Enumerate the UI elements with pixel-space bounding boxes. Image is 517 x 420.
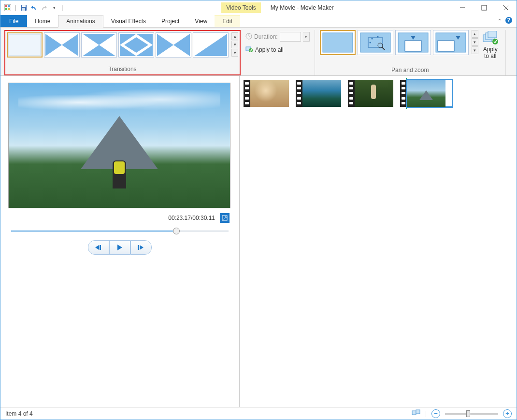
svg-rect-56 (412, 411, 416, 415)
clock-icon (245, 33, 252, 41)
svg-rect-43 (405, 41, 421, 51)
panzoom-scroll-down-icon[interactable]: ▾ (472, 38, 478, 46)
qat-separator: | (14, 4, 18, 11)
apply-all-stack-icon (482, 31, 499, 45)
transition-diagonal[interactable] (193, 32, 229, 58)
clip-3[interactable] (355, 80, 400, 107)
timeline[interactable] (244, 80, 513, 107)
apply-to-all-label: Apply to all (255, 46, 284, 53)
apply-icon (245, 45, 253, 54)
svg-rect-4 (8, 8, 10, 10)
titlebar: | ▾ | Video Tools My Movie - Movie Maker (0, 0, 517, 15)
transitions-group-label: Transitions (108, 65, 136, 74)
svg-point-40 (377, 36, 378, 38)
svg-rect-35 (360, 33, 390, 52)
svg-point-49 (492, 39, 498, 44)
panzoom-scroll-up-icon[interactable]: ▴ (472, 30, 478, 38)
redo-icon[interactable] (40, 3, 48, 12)
prev-frame-button[interactable] (88, 240, 109, 255)
view-toggle-icon[interactable] (412, 409, 420, 418)
playback-slider[interactable] (11, 229, 229, 233)
clip-2[interactable] (302, 80, 348, 107)
qat-dropdown-icon[interactable]: ▾ (50, 3, 58, 12)
collapse-ribbon-icon[interactable]: ⌃ (497, 18, 502, 25)
svg-text:?: ? (507, 17, 510, 24)
tab-file[interactable]: File (0, 15, 27, 27)
pan-zoom-up-right[interactable] (433, 30, 469, 55)
playback-time: 00:23.17/00:30.11 (168, 215, 215, 221)
panzoom-more-icon[interactable]: ▾ (472, 46, 478, 54)
svg-point-41 (369, 42, 371, 43)
svg-rect-45 (438, 41, 454, 51)
statusbar: Item 4 of 4 | − + (0, 407, 517, 420)
gallery-more-icon[interactable]: ▾ (231, 49, 238, 57)
undo-icon[interactable] (29, 3, 38, 12)
svg-rect-48 (488, 31, 497, 38)
duration-label: Duration: (254, 33, 278, 40)
app-icon (3, 3, 12, 12)
svg-marker-51 (95, 245, 99, 250)
filmstrip-edge (348, 80, 355, 107)
window-title: My Movie - Movie Maker (261, 4, 334, 11)
transition-diamond[interactable] (118, 32, 154, 58)
gallery-scroll-up-icon[interactable]: ▴ (231, 32, 238, 40)
video-tools-contextual-tab: Video Tools (221, 2, 261, 13)
pan-zoom-up-center[interactable] (395, 30, 431, 55)
apply-all-btn-label: Apply to all (483, 46, 498, 60)
fullscreen-icon[interactable] (220, 213, 230, 223)
pan-zoom-none[interactable] (320, 30, 356, 55)
apply-to-all-panzoom[interactable]: Apply to all (480, 30, 501, 61)
tab-edit[interactable]: Edit (215, 15, 240, 27)
transition-crossfade[interactable] (44, 32, 80, 58)
clip-4[interactable] (407, 80, 452, 107)
maximize-button[interactable] (473, 1, 495, 14)
tab-visual-effects[interactable]: Visual Effects (103, 15, 154, 27)
pan-zoom-in[interactable] (358, 30, 393, 55)
clip-1[interactable] (250, 80, 296, 107)
svg-point-39 (371, 38, 373, 40)
tab-animations[interactable]: Animations (58, 15, 103, 28)
video-preview[interactable] (8, 83, 230, 208)
svg-line-31 (249, 36, 250, 37)
status-item-count: Item 4 of 4 (5, 410, 33, 417)
svg-rect-57 (416, 410, 420, 414)
gallery-scroll-down-icon[interactable]: ▾ (231, 41, 238, 48)
transitions-highlight-box: ▴ ▾ ▾ Transitions (4, 30, 241, 75)
svg-rect-54 (138, 245, 139, 250)
svg-rect-2 (8, 5, 10, 7)
svg-rect-3 (5, 8, 7, 10)
preview-pane: 00:23.17/00:30.11 (0, 76, 240, 407)
help-icon[interactable]: ? (505, 16, 513, 26)
filmstrip-edge (244, 80, 250, 107)
filmstrip-edge (296, 80, 302, 107)
transition-none[interactable] (7, 32, 43, 58)
svg-marker-55 (140, 245, 144, 250)
zoom-slider[interactable] (445, 413, 498, 415)
duration-input[interactable] (280, 32, 301, 42)
ribbon: ▴ ▾ ▾ Transitions Duration: ▾ Apply to a… (0, 28, 517, 76)
timeline-pane (240, 76, 517, 407)
tab-home[interactable]: Home (27, 15, 58, 27)
svg-rect-7 (22, 8, 25, 11)
play-button[interactable] (109, 240, 130, 255)
transition-bowtie-vertical[interactable] (156, 32, 191, 58)
svg-rect-6 (22, 5, 26, 7)
transitions-gallery[interactable] (7, 32, 229, 58)
apply-to-all-transitions[interactable]: Apply to all (245, 45, 310, 54)
zoom-in-button[interactable]: + (503, 409, 512, 418)
zoom-out-button[interactable]: − (431, 409, 440, 418)
transition-bowtie-horizontal[interactable] (81, 32, 117, 58)
qat-separator: | (60, 4, 64, 11)
svg-rect-1 (5, 5, 7, 7)
tab-view[interactable]: View (187, 15, 215, 27)
tab-bar: File Home Animations Visual Effects Proj… (0, 15, 517, 28)
pan-zoom-group-label: Pan and zoom (391, 66, 429, 75)
minimize-button[interactable] (451, 1, 473, 14)
next-frame-button[interactable] (130, 240, 152, 255)
close-button[interactable] (495, 1, 517, 14)
svg-rect-9 (482, 5, 487, 10)
duration-dropdown-icon[interactable]: ▾ (303, 32, 310, 42)
svg-rect-14 (9, 34, 41, 56)
save-icon[interactable] (19, 3, 28, 12)
tab-project[interactable]: Project (154, 15, 187, 27)
